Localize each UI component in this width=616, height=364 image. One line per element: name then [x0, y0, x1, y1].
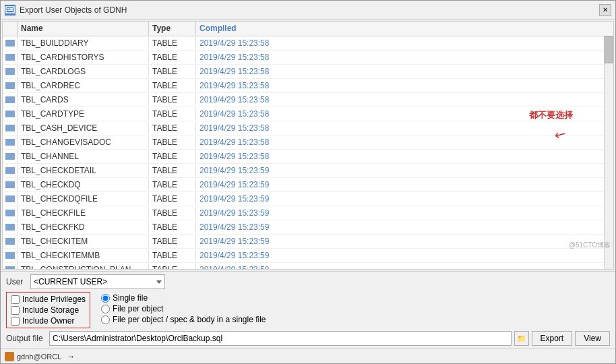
table-row[interactable]: TBL_CHECKFKD TABLE 2019/4/29 15:23:59 — [3, 220, 613, 235]
file-per-object-radio[interactable] — [101, 305, 110, 313]
table-icon — [5, 125, 15, 131]
row-icon-cell — [3, 79, 18, 92]
table-icon — [5, 252, 15, 259]
table-icon — [5, 167, 15, 174]
header-icon-col — [3, 22, 18, 36]
row-type: TABLE — [149, 51, 196, 63]
row-icon-cell — [3, 220, 18, 234]
row-compiled: 2019/4/29 15:23:58 — [196, 108, 613, 120]
table-row[interactable]: TBL_CARDHISTORYS TABLE 2019/4/29 15:23:5… — [3, 51, 613, 65]
options-row: Include Privileges Include Storage Inclu… — [6, 292, 610, 328]
folder-icon: 📁 — [517, 334, 526, 343]
row-compiled: 2019/4/29 15:23:58 — [196, 136, 613, 148]
table-row[interactable]: TBL_CHECKITEMMB TABLE 2019/4/29 15:23:59 — [3, 249, 613, 263]
table-icon — [5, 224, 15, 231]
row-name: TBL_CHECKITEM — [18, 235, 149, 247]
file-per-object-spec-radio[interactable] — [101, 315, 110, 324]
table-icon — [5, 54, 15, 61]
row-compiled: 2019/4/29 15:23:58 — [196, 94, 613, 106]
row-compiled: 2019/4/29 15:23:59 — [196, 221, 613, 233]
header-compiled: Compiled — [196, 22, 613, 36]
table-row[interactable]: TBL_CASH_DEVICE TABLE 2019/4/29 15:23:58 — [3, 121, 613, 135]
table-icon — [5, 210, 15, 216]
row-name: TBL_CARDREC — [18, 80, 149, 92]
table-row[interactable]: TBL_CHECKFILE TABLE 2019/4/29 15:23:59 — [3, 206, 613, 220]
table-row[interactable]: TBL_CARDS TABLE 2019/4/29 15:23:58 — [3, 93, 613, 107]
row-compiled: 2019/4/29 15:23:58 — [196, 65, 613, 78]
include-privileges-checkbox[interactable] — [11, 295, 20, 304]
row-icon-cell — [3, 192, 18, 206]
row-icon-cell — [3, 249, 18, 262]
row-compiled: 2019/4/29 15:23:59 — [196, 235, 613, 247]
include-storage-checkbox[interactable] — [11, 306, 20, 315]
single-file-item[interactable]: Single file — [101, 293, 266, 303]
db-name: gdnh@ORCL — [17, 353, 61, 361]
table-body[interactable]: TBL_BUILDDIARY TABLE 2019/4/29 15:23:58 … — [3, 36, 613, 269]
checkboxes-group: Include Privileges Include Storage Inclu… — [6, 292, 90, 328]
table-row[interactable]: TBL_CARDTYPE TABLE 2019/4/29 15:23:58 — [3, 107, 613, 121]
row-name: TBL_BUILDDIARY — [18, 37, 149, 49]
table-row[interactable]: TBL_CHECKDQ TABLE 2019/4/29 15:23:59 — [3, 178, 613, 192]
scrollbar-thumb[interactable] — [605, 36, 613, 63]
file-per-object-item[interactable]: File per object — [101, 304, 266, 313]
table-icon — [5, 153, 15, 160]
view-button[interactable]: View — [575, 331, 610, 346]
title-bar: Export User Objects of GDNH ✕ — [1, 1, 615, 20]
file-per-object-spec-item[interactable]: File per object / spec & body in a singl… — [101, 315, 266, 324]
file-per-object-label: File per object — [113, 304, 163, 313]
output-path-input[interactable] — [49, 331, 512, 346]
row-type: TABLE — [149, 136, 196, 148]
db-icon — [5, 352, 14, 361]
table-header: Name Type Compiled — [3, 22, 613, 36]
row-name: TBL_CONSTRUCTION_PLAN — [18, 264, 149, 269]
row-type: TABLE — [149, 65, 196, 78]
window-title: Export User Objects of GDNH — [20, 5, 595, 15]
row-name: TBL_CARDHISTORYS — [18, 51, 149, 63]
row-compiled: 2019/4/29 15:23:59 — [196, 249, 613, 262]
table-icon — [5, 195, 15, 202]
table-row[interactable]: TBL_CHECKDETAIL TABLE 2019/4/29 15:23:59 — [3, 164, 613, 178]
table-row[interactable]: TBL_CHECKITEM TABLE 2019/4/29 15:23:59 — [3, 235, 613, 249]
table-row[interactable]: TBL_CHANGEVISADOC TABLE 2019/4/29 15:23:… — [3, 135, 613, 150]
main-window: Export User Objects of GDNH ✕ Name Type … — [0, 0, 616, 364]
table-row[interactable]: TBL_BUILDDIARY TABLE 2019/4/29 15:23:58 — [3, 36, 613, 51]
row-icon-cell — [3, 164, 18, 177]
row-type: TABLE — [149, 235, 196, 247]
svg-rect-1 — [7, 8, 9, 9]
row-type: TABLE — [149, 122, 196, 134]
row-type: TABLE — [149, 249, 196, 262]
single-file-radio[interactable] — [101, 294, 110, 303]
table-row[interactable]: TBL_CARDREC TABLE 2019/4/29 15:23:58 — [3, 79, 613, 93]
include-owner-item[interactable]: Include Owner — [11, 316, 86, 326]
include-owner-checkbox[interactable] — [11, 317, 20, 326]
row-icon-cell — [3, 36, 18, 50]
include-privileges-item[interactable]: Include Privileges — [11, 295, 86, 304]
row-type: TABLE — [149, 108, 196, 120]
row-icon-cell — [3, 65, 18, 78]
row-icon-cell — [3, 178, 18, 191]
row-compiled: 2019/4/29 15:23:59 — [196, 193, 613, 205]
table-row[interactable]: TBL_CHANNEL TABLE 2019/4/29 15:23:58 — [3, 150, 613, 164]
row-name: TBL_CARDS — [18, 94, 149, 106]
scrollbar[interactable] — [604, 36, 613, 269]
row-icon-cell — [3, 235, 18, 248]
table-row[interactable]: TBL_CONSTRUCTION_PLAN TABLE 2019/4/29 15… — [3, 263, 613, 269]
browse-button[interactable]: 📁 — [514, 331, 529, 346]
row-compiled: 2019/4/29 15:23:59 — [196, 164, 613, 177]
export-button[interactable]: Export — [532, 331, 573, 346]
row-icon-cell — [3, 206, 18, 220]
table-icon — [5, 96, 15, 103]
svg-rect-3 — [9, 9, 13, 10]
table-icon — [5, 181, 15, 188]
file-per-object-spec-label: File per object / spec & body in a singl… — [113, 315, 266, 324]
row-name: TBL_CHANNEL — [18, 150, 149, 162]
table-row[interactable]: TBL_CHECKDQFILE TABLE 2019/4/29 15:23:59 — [3, 192, 613, 206]
user-select[interactable]: <CURRENT USER> — [30, 274, 165, 289]
status-bar: gdnh@ORCL → — [1, 348, 615, 363]
row-icon-cell — [3, 263, 18, 269]
include-storage-item[interactable]: Include Storage — [11, 305, 86, 315]
row-compiled: 2019/4/29 15:23:58 — [196, 150, 613, 162]
table-icon — [5, 139, 15, 146]
close-button[interactable]: ✕ — [599, 4, 611, 16]
table-row[interactable]: TBL_CARDLOGS TABLE 2019/4/29 15:23:58 — [3, 65, 613, 79]
